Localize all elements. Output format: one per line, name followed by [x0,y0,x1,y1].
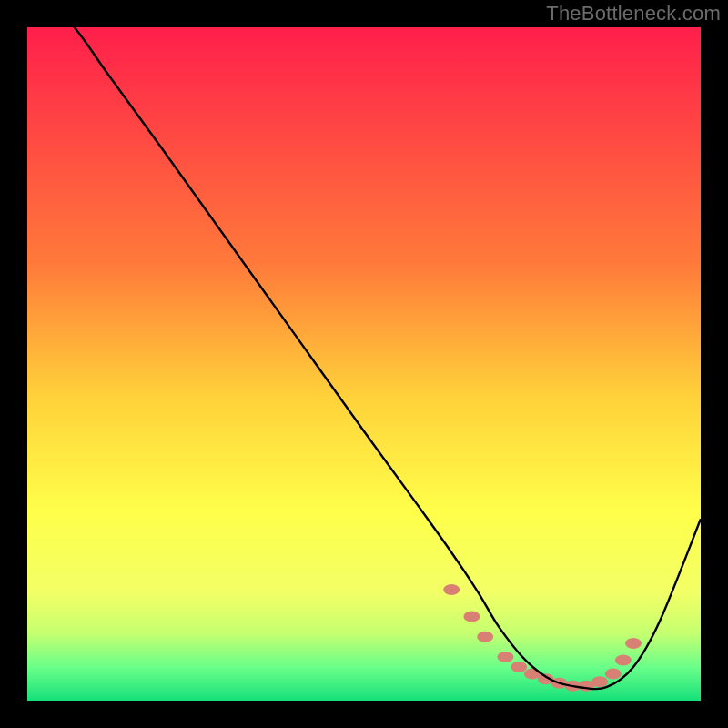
marker-dot [511,662,527,672]
watermark-text: TheBottleneck.com [546,2,721,25]
bottleneck-chart [27,27,701,701]
gradient-background [27,27,701,701]
marker-dot [592,676,608,687]
marker-dot [477,632,493,642]
marker-dot [605,668,622,679]
marker-dot [497,652,513,662]
marker-dot [443,584,460,595]
marker-dot [463,612,480,622]
marker-dot [615,655,632,666]
marker-dot [625,638,642,649]
chart-frame [27,27,701,701]
